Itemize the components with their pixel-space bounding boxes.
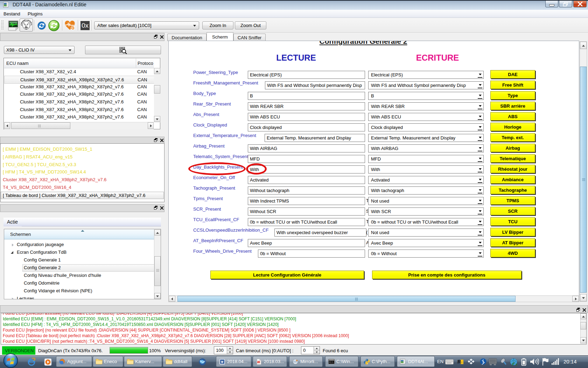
- svg-text:PDF: PDF: [257, 361, 261, 363]
- svg-text:C:\: C:\: [329, 361, 333, 363]
